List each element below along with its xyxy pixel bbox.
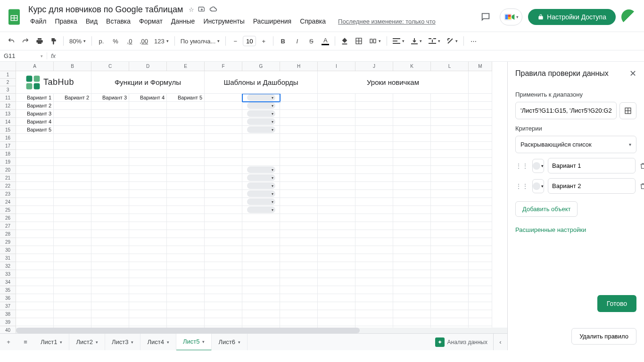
undo-icon[interactable]: [5, 34, 18, 48]
cell-L26[interactable]: [431, 214, 469, 222]
wrap-button[interactable]: ▾: [426, 34, 443, 48]
cell-L36[interactable]: [431, 294, 469, 302]
cell-F38[interactable]: [205, 310, 242, 318]
halign-button[interactable]: ▾: [390, 34, 407, 48]
move-icon[interactable]: [198, 5, 206, 14]
row-header-23[interactable]: 23: [0, 190, 16, 198]
row-header-15[interactable]: 15: [0, 126, 16, 134]
cell-I22[interactable]: [318, 182, 355, 190]
row-header-24[interactable]: 24: [0, 198, 16, 206]
cell-J24[interactable]: [355, 198, 393, 206]
cell-G39[interactable]: [242, 318, 280, 326]
color-chip-2[interactable]: ▾: [532, 179, 544, 193]
cell-E39[interactable]: [167, 318, 205, 326]
delete-option-1[interactable]: [639, 158, 644, 173]
cell-B19[interactable]: [54, 158, 91, 166]
cell-J39[interactable]: [355, 318, 393, 326]
cell-L23[interactable]: [431, 190, 469, 198]
cell-A35[interactable]: [16, 286, 54, 294]
menu-insert[interactable]: Вставка: [102, 16, 134, 27]
cell-C14[interactable]: [91, 118, 129, 126]
last-edit-link[interactable]: Последнее изменение: только что: [338, 18, 436, 25]
drag-handle-icon[interactable]: ⋮⋮: [515, 162, 528, 170]
cell-L31[interactable]: [431, 254, 469, 262]
cell-I37[interactable]: [318, 302, 355, 310]
cell-A16[interactable]: [16, 134, 54, 142]
cell-I19[interactable]: [318, 158, 355, 166]
cell-F29[interactable]: [205, 238, 242, 246]
cell-I36[interactable]: [318, 294, 355, 302]
dropdown-chip[interactable]: [247, 166, 275, 173]
row-header-25[interactable]: 25: [0, 206, 16, 214]
cell-J35[interactable]: [355, 286, 393, 294]
cell-G12[interactable]: [242, 102, 280, 110]
cell-M20[interactable]: [469, 166, 492, 174]
cell-M39[interactable]: [469, 318, 492, 326]
cell-J20[interactable]: [355, 166, 393, 174]
cell-B25[interactable]: [54, 206, 91, 214]
cell-F22[interactable]: [205, 182, 242, 190]
cell-L22[interactable]: [431, 182, 469, 190]
section-functions[interactable]: Функции и Формулы: [91, 71, 205, 94]
cell-B12[interactable]: [54, 102, 91, 110]
cell-H15[interactable]: [280, 126, 318, 134]
menu-format[interactable]: Формат: [135, 16, 166, 27]
menu-help[interactable]: Справка: [296, 16, 330, 27]
cell-D35[interactable]: [129, 286, 167, 294]
cell-D14[interactable]: [129, 118, 167, 126]
cell-I24[interactable]: [318, 198, 355, 206]
comments-icon[interactable]: [477, 8, 494, 25]
cell-I33[interactable]: [318, 270, 355, 278]
cell-H26[interactable]: [280, 214, 318, 222]
cell-I16[interactable]: [318, 134, 355, 142]
cell-A24[interactable]: [16, 198, 54, 206]
cell-F20[interactable]: [205, 166, 242, 174]
cell-F35[interactable]: [205, 286, 242, 294]
cell-A13[interactable]: Вариант 3: [16, 110, 54, 118]
cell-G33[interactable]: [242, 270, 280, 278]
cell-C18[interactable]: [91, 150, 129, 158]
cell-H19[interactable]: [280, 158, 318, 166]
cell-L39[interactable]: [431, 318, 469, 326]
cell-B33[interactable]: [54, 270, 91, 278]
cell-K18[interactable]: [393, 150, 431, 158]
cell-G11[interactable]: [242, 94, 280, 102]
cell-H25[interactable]: [280, 206, 318, 214]
cell-F14[interactable]: [205, 118, 242, 126]
cell-I26[interactable]: [318, 214, 355, 222]
cell-H24[interactable]: [280, 198, 318, 206]
cell-H39[interactable]: [280, 318, 318, 326]
cell-E27[interactable]: [167, 222, 205, 230]
row-header-19[interactable]: 19: [0, 158, 16, 166]
cell-G20[interactable]: [242, 166, 280, 174]
cell-G28[interactable]: [242, 230, 280, 238]
row-header-26[interactable]: 26: [0, 214, 16, 222]
cell-L35[interactable]: [431, 286, 469, 294]
delete-option-2[interactable]: [639, 179, 644, 194]
cell-M11[interactable]: [469, 94, 492, 102]
cell-J17[interactable]: [355, 142, 393, 150]
currency-button[interactable]: р.: [95, 34, 108, 48]
cell-M37[interactable]: [469, 302, 492, 310]
dec-decrease-button[interactable]: ,0: [123, 34, 136, 48]
cell-M30[interactable]: [469, 246, 492, 254]
row-header-22[interactable]: 22: [0, 182, 16, 190]
cell-G23[interactable]: [242, 190, 280, 198]
cell-B22[interactable]: [54, 182, 91, 190]
cell-G13[interactable]: [242, 110, 280, 118]
cell-D13[interactable]: [129, 110, 167, 118]
cell-B20[interactable]: [54, 166, 91, 174]
cell-A15[interactable]: Вариант 5: [16, 126, 54, 134]
cell-M15[interactable]: [469, 126, 492, 134]
cell-I31[interactable]: [318, 254, 355, 262]
cell-J33[interactable]: [355, 270, 393, 278]
cell-E16[interactable]: [167, 134, 205, 142]
cell-K14[interactable]: [393, 118, 431, 126]
cell-A23[interactable]: [16, 190, 54, 198]
horizontal-scrollbar[interactable]: [16, 328, 507, 333]
cell-E34[interactable]: [167, 278, 205, 286]
cell-D19[interactable]: [129, 158, 167, 166]
cell-J15[interactable]: [355, 126, 393, 134]
italic-button[interactable]: I: [290, 34, 304, 48]
cell-C24[interactable]: [91, 198, 129, 206]
